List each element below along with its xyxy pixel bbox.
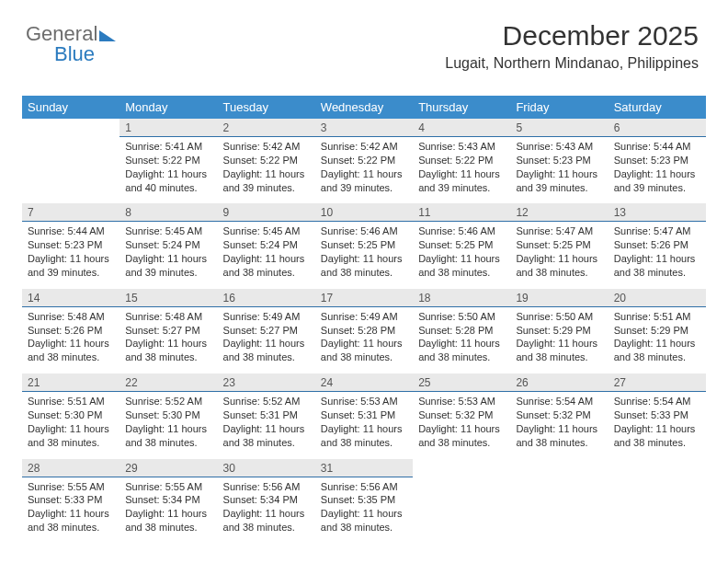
day-info-cell: Sunrise: 5:56 AMSunset: 5:35 PMDaylight:… bbox=[315, 477, 413, 544]
day-info-cell bbox=[510, 477, 608, 544]
day-number-cell: 16 bbox=[218, 289, 315, 307]
day-number-cell: 19 bbox=[510, 289, 608, 307]
sunrise-line: Sunrise: 5:56 AM bbox=[321, 480, 407, 494]
daylight-line: Daylight: 11 hours and 38 minutes. bbox=[223, 252, 310, 280]
sunset-line: Sunset: 5:30 PM bbox=[28, 408, 114, 422]
day-number-cell: 11 bbox=[413, 203, 510, 222]
calendar-table: Sunday Monday Tuesday Wednesday Thursday… bbox=[22, 96, 706, 544]
day-number-cell: 14 bbox=[22, 289, 119, 307]
sunrise-line: Sunrise: 5:56 AM bbox=[223, 480, 310, 494]
day-number-cell bbox=[413, 459, 510, 477]
weekday-header: Friday bbox=[510, 96, 608, 119]
daylight-line: Daylight: 11 hours and 39 minutes. bbox=[223, 167, 310, 195]
sunrise-line: Sunrise: 5:46 AM bbox=[418, 224, 505, 238]
day-info-cell: Sunrise: 5:43 AMSunset: 5:22 PMDaylight:… bbox=[413, 137, 510, 204]
sunrise-line: Sunrise: 5:50 AM bbox=[418, 310, 505, 324]
daylight-line: Daylight: 11 hours and 38 minutes. bbox=[223, 422, 310, 450]
day-number-row: 123456 bbox=[22, 119, 706, 137]
sunset-line: Sunset: 5:27 PM bbox=[125, 324, 211, 338]
day-info-cell: Sunrise: 5:51 AMSunset: 5:29 PMDaylight:… bbox=[609, 306, 706, 373]
day-info-cell: Sunrise: 5:52 AMSunset: 5:31 PMDaylight:… bbox=[218, 392, 315, 459]
day-info-cell: Sunrise: 5:54 AMSunset: 5:33 PMDaylight:… bbox=[609, 392, 706, 459]
day-number-cell bbox=[510, 459, 608, 477]
sunrise-line: Sunrise: 5:47 AM bbox=[614, 224, 700, 238]
daylight-line: Daylight: 11 hours and 40 minutes. bbox=[125, 167, 211, 195]
sunrise-line: Sunrise: 5:46 AM bbox=[321, 224, 407, 238]
sunset-line: Sunset: 5:29 PM bbox=[516, 324, 602, 338]
daylight-line: Daylight: 11 hours and 38 minutes. bbox=[516, 337, 602, 364]
day-info-cell: Sunrise: 5:42 AMSunset: 5:22 PMDaylight:… bbox=[315, 137, 413, 204]
day-number-row: 21222324252627 bbox=[22, 373, 706, 392]
sunrise-line: Sunrise: 5:44 AM bbox=[28, 224, 114, 238]
sunset-line: Sunset: 5:33 PM bbox=[614, 408, 700, 422]
page-subtitle: Lugait, Northern Mindanao, Philippines bbox=[0, 55, 699, 72]
sunset-line: Sunset: 5:32 PM bbox=[418, 408, 505, 422]
day-info-row: Sunrise: 5:51 AMSunset: 5:30 PMDaylight:… bbox=[22, 392, 706, 459]
daylight-line: Daylight: 11 hours and 38 minutes. bbox=[321, 337, 407, 364]
sunrise-line: Sunrise: 5:49 AM bbox=[321, 310, 407, 324]
day-info-cell: Sunrise: 5:56 AMSunset: 5:34 PMDaylight:… bbox=[218, 477, 315, 544]
sunrise-line: Sunrise: 5:41 AM bbox=[125, 140, 211, 154]
day-number-cell: 8 bbox=[119, 203, 217, 222]
daylight-line: Daylight: 11 hours and 39 minutes. bbox=[28, 252, 114, 280]
day-info-cell: Sunrise: 5:46 AMSunset: 5:25 PMDaylight:… bbox=[315, 222, 413, 289]
sunset-line: Sunset: 5:31 PM bbox=[321, 408, 407, 422]
day-number-cell: 29 bbox=[119, 459, 217, 477]
sunrise-line: Sunrise: 5:44 AM bbox=[614, 140, 700, 154]
day-info-cell: Sunrise: 5:42 AMSunset: 5:22 PMDaylight:… bbox=[218, 137, 315, 204]
day-info-cell bbox=[22, 137, 119, 204]
daylight-line: Daylight: 11 hours and 39 minutes. bbox=[614, 167, 700, 195]
day-info-cell bbox=[413, 477, 510, 544]
day-number-cell: 30 bbox=[218, 459, 315, 477]
daylight-line: Daylight: 11 hours and 38 minutes. bbox=[28, 507, 114, 534]
daylight-line: Daylight: 11 hours and 38 minutes. bbox=[614, 337, 700, 364]
sunset-line: Sunset: 5:27 PM bbox=[223, 324, 310, 338]
sunrise-line: Sunrise: 5:55 AM bbox=[28, 480, 114, 494]
day-info-cell: Sunrise: 5:47 AMSunset: 5:25 PMDaylight:… bbox=[510, 222, 608, 289]
sunrise-line: Sunrise: 5:51 AM bbox=[614, 310, 700, 324]
day-number-cell: 18 bbox=[413, 289, 510, 307]
sunset-line: Sunset: 5:33 PM bbox=[28, 493, 114, 507]
day-number-cell: 6 bbox=[609, 119, 706, 137]
daylight-line: Daylight: 11 hours and 38 minutes. bbox=[125, 337, 211, 364]
day-info-cell: Sunrise: 5:43 AMSunset: 5:23 PMDaylight:… bbox=[510, 137, 608, 204]
day-info-cell: Sunrise: 5:49 AMSunset: 5:28 PMDaylight:… bbox=[315, 306, 413, 373]
day-info-cell: Sunrise: 5:50 AMSunset: 5:28 PMDaylight:… bbox=[413, 306, 510, 373]
sunset-line: Sunset: 5:29 PM bbox=[614, 324, 700, 338]
day-number-cell: 7 bbox=[22, 203, 119, 222]
day-info-cell: Sunrise: 5:49 AMSunset: 5:27 PMDaylight:… bbox=[218, 306, 315, 373]
day-info-cell: Sunrise: 5:55 AMSunset: 5:33 PMDaylight:… bbox=[22, 477, 119, 544]
day-number-cell bbox=[609, 459, 706, 477]
sunset-line: Sunset: 5:28 PM bbox=[418, 324, 505, 338]
sunrise-line: Sunrise: 5:45 AM bbox=[223, 224, 310, 238]
day-number-row: 28293031 bbox=[22, 459, 706, 477]
day-number-cell: 31 bbox=[315, 459, 413, 477]
sunrise-line: Sunrise: 5:48 AM bbox=[125, 310, 211, 324]
sunset-line: Sunset: 5:32 PM bbox=[516, 408, 602, 422]
day-number-cell: 15 bbox=[119, 289, 217, 307]
sunrise-line: Sunrise: 5:53 AM bbox=[418, 395, 505, 408]
day-number-cell: 13 bbox=[609, 203, 706, 222]
sunrise-line: Sunrise: 5:47 AM bbox=[516, 224, 602, 238]
daylight-line: Daylight: 11 hours and 38 minutes. bbox=[418, 252, 505, 280]
daylight-line: Daylight: 11 hours and 38 minutes. bbox=[516, 422, 602, 450]
sunset-line: Sunset: 5:28 PM bbox=[321, 324, 407, 338]
day-info-cell: Sunrise: 5:52 AMSunset: 5:30 PMDaylight:… bbox=[119, 392, 217, 459]
daylight-line: Daylight: 11 hours and 39 minutes. bbox=[516, 167, 602, 195]
weekday-header: Saturday bbox=[609, 96, 706, 119]
sunrise-line: Sunrise: 5:48 AM bbox=[28, 310, 114, 324]
weekday-header: Monday bbox=[119, 96, 217, 119]
sunrise-line: Sunrise: 5:51 AM bbox=[28, 395, 114, 408]
sunrise-line: Sunrise: 5:42 AM bbox=[223, 140, 310, 154]
day-number-cell: 9 bbox=[218, 203, 315, 222]
sunset-line: Sunset: 5:23 PM bbox=[516, 154, 602, 167]
day-number-cell: 27 bbox=[609, 373, 706, 392]
sunset-line: Sunset: 5:24 PM bbox=[223, 238, 310, 252]
day-number-cell: 23 bbox=[218, 373, 315, 392]
calendar: Sunday Monday Tuesday Wednesday Thursday… bbox=[22, 96, 706, 544]
daylight-line: Daylight: 11 hours and 39 minutes. bbox=[125, 252, 211, 280]
day-number-cell bbox=[22, 119, 119, 137]
sunrise-line: Sunrise: 5:52 AM bbox=[223, 395, 310, 408]
day-number-cell: 2 bbox=[218, 119, 315, 137]
day-number-row: 78910111213 bbox=[22, 203, 706, 222]
